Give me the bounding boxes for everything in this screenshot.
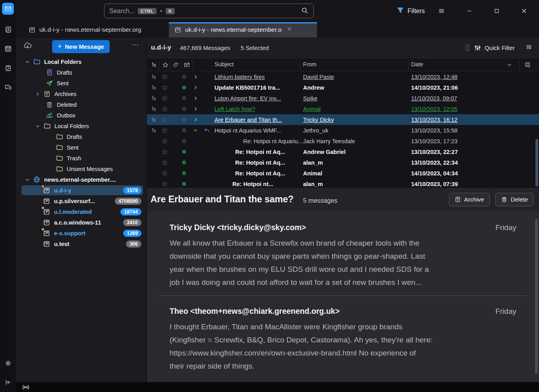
folder-row-sent[interactable]: Sent	[16, 78, 147, 88]
folder-row-unsent[interactable]: Unsent Messages	[16, 163, 147, 174]
message-row[interactable]: Lithium battery fires David Paste 13/10/…	[147, 71, 539, 82]
chevron-down-icon[interactable]	[25, 177, 30, 183]
unread-status-dot[interactable]	[182, 171, 186, 175]
unread-status-dot[interactable]	[182, 86, 186, 89]
message-row[interactable]: Re: Hotpoi nt... alan_m 14/10/2023, 07:3…	[147, 179, 539, 187]
newsgroup-row-silversurf[interactable]: u.p.silversurf... 4708590	[16, 196, 147, 206]
star-icon[interactable]	[161, 168, 168, 179]
quick-filter-button[interactable]: Quick Filter	[474, 44, 515, 52]
app-menu-button[interactable]	[438, 0, 445, 22]
tab-inactive[interactable]: uk.d-i-y - news.eternal-september.org	[23, 22, 147, 37]
message-list-display-options-button[interactable]	[525, 43, 533, 52]
message-author[interactable]: Theo <theom+news@chiark.greenend.org.uk>	[170, 307, 340, 316]
new-message-button[interactable]: + New Message	[52, 40, 110, 53]
chevron-right-icon[interactable]	[193, 93, 199, 104]
message-pane-scrollbar[interactable]	[535, 219, 538, 374]
message-row[interactable]: Re: Hotpoi nt Aq... Andrew Gabriel 13/10…	[147, 146, 539, 157]
read-status-dot[interactable]	[182, 96, 186, 100]
star-icon[interactable]	[161, 157, 168, 168]
message-author[interactable]: Tricky Dicky <tricky.dicky@sky.com>	[170, 223, 306, 232]
from-column-header[interactable]: From	[303, 61, 317, 67]
chevron-down-icon[interactable]	[25, 59, 30, 65]
newsgroup-row-moderated[interactable]: u.l.moderated 18744	[16, 206, 147, 217]
tasks-space-button[interactable]	[2, 62, 14, 74]
folder-row-drafts-2[interactable]: Drafts	[16, 131, 147, 142]
delete-button[interactable]: Delete	[495, 193, 533, 206]
subject-column-header[interactable]: Subject	[214, 61, 234, 67]
tab-active[interactable]: uk.d-i-y - news.eternal-september.o	[169, 22, 317, 37]
settings-button[interactable]	[2, 357, 14, 369]
tab-close-button[interactable]	[287, 26, 292, 33]
folder-pane-options-button[interactable]: …	[132, 39, 139, 47]
newsgroup-row-utest[interactable]: u.test 306	[16, 238, 147, 249]
get-messages-button[interactable]	[23, 41, 32, 52]
address-book-space-button[interactable]	[2, 23, 14, 35]
archive-button[interactable]: Archive	[449, 193, 490, 206]
star-column-icon[interactable]	[162, 61, 169, 68]
folder-row-sent-2[interactable]: Sent	[16, 142, 147, 153]
read-status-dot[interactable]	[182, 75, 186, 79]
search-input[interactable]: Search... CTRL + K	[104, 4, 314, 18]
read-status-dot[interactable]	[182, 129, 186, 132]
chevron-right-icon[interactable]	[193, 104, 199, 114]
message-row[interactable]: Loft Latch how? Animal 13/10/2023, 12:05	[147, 104, 539, 114]
message-list-scrollbar[interactable]	[535, 139, 538, 186]
unread-status-dot[interactable]	[182, 161, 186, 164]
folder-row-trash[interactable]: Trash	[16, 153, 147, 163]
star-icon[interactable]	[161, 179, 168, 187]
message-row[interactable]: Re: Hotpoi nt Aq... alan_m 13/10/2023, 2…	[147, 157, 539, 168]
account-row-news-server[interactable]: news.eternal-september....	[16, 174, 147, 185]
message-row[interactable]: Update KB5001716 tra... Andrew 14/10/202…	[147, 82, 539, 93]
folder-icon	[56, 144, 63, 151]
star-icon[interactable]	[161, 93, 168, 104]
attachment-column-icon[interactable]	[173, 61, 180, 68]
message-row[interactable]: Re: Hotpoi nt Aq... Animal 14/10/2023, 0…	[147, 168, 539, 179]
read-status-dot[interactable]	[182, 139, 186, 143]
star-icon[interactable]	[161, 104, 168, 114]
read-status-dot[interactable]	[182, 107, 186, 111]
date-column-header[interactable]: Date	[411, 61, 423, 67]
folder-row-local-folders[interactable]: Local Folders	[16, 56, 147, 67]
minimize-button[interactable]	[466, 0, 473, 22]
star-icon[interactable]	[161, 82, 168, 93]
collapse-spaces-button[interactable]	[2, 376, 14, 388]
chevron-down-icon[interactable]	[35, 123, 41, 129]
newsgroup-row-essupport[interactable]: e-s.support 1269	[16, 228, 147, 238]
message-card[interactable]: Tricky Dicky <tricky.dicky@sky.com> Frid…	[170, 223, 527, 289]
chat-space-button[interactable]	[2, 81, 14, 93]
message-row-selected[interactable]: Are Erbauer and Titan th... Tricky Dicky…	[147, 114, 539, 125]
chevron-down-icon[interactable]	[193, 125, 199, 136]
star-icon[interactable]	[161, 114, 168, 125]
star-icon[interactable]	[161, 125, 168, 136]
unread-status-dot[interactable]	[182, 150, 186, 154]
mail-space-button[interactable]	[2, 3, 14, 15]
chevron-right-icon[interactable]	[35, 91, 41, 97]
message-row[interactable]: Re: Hotpoi nt Aquariu... Jack Harry Tees…	[147, 136, 539, 146]
star-icon[interactable]	[161, 146, 168, 157]
calendar-space-button[interactable]	[2, 42, 14, 54]
filters-button[interactable]: Filters	[396, 0, 425, 22]
chevron-right-icon[interactable]	[193, 82, 199, 93]
junk-column-icon[interactable]	[184, 61, 190, 68]
newsgroup-row-udiy[interactable]: u.d-i-y 1578	[16, 185, 147, 196]
message-row[interactable]: Hotpoi nt Aquarius WMF... Jethro_uk 13/1…	[147, 125, 539, 136]
thread-column-icon[interactable]	[151, 61, 158, 68]
star-icon[interactable]	[161, 136, 168, 146]
chevron-right-icon[interactable]	[193, 71, 199, 82]
folder-row-archives[interactable]: Archives	[16, 88, 147, 99]
message-card[interactable]: Theo <theom+news@chiark.greenend.org.uk>…	[170, 307, 527, 373]
newsgroup-row-windows11[interactable]: a.c.o.windows-11 3410	[16, 217, 147, 228]
message-row[interactable]: Luton Airport fire: EV inv... Spike 11/1…	[147, 93, 539, 104]
unread-status-dot[interactable]	[182, 182, 186, 186]
star-icon[interactable]	[161, 71, 168, 82]
read-status-dot[interactable]	[182, 118, 186, 121]
maximize-button[interactable]	[493, 0, 500, 22]
column-picker-icon[interactable]	[524, 61, 531, 68]
close-window-button[interactable]	[521, 0, 527, 22]
folder-row-deleted[interactable]: Deleted	[16, 99, 147, 110]
chevron-right-icon[interactable]	[193, 114, 199, 125]
folder-row-outbox[interactable]: Outbox	[16, 110, 147, 121]
folder-row-local-folders-2[interactable]: Local Folders	[16, 121, 147, 131]
sort-direction-icon[interactable]	[506, 62, 512, 68]
folder-row-drafts[interactable]: Drafts	[16, 67, 147, 78]
